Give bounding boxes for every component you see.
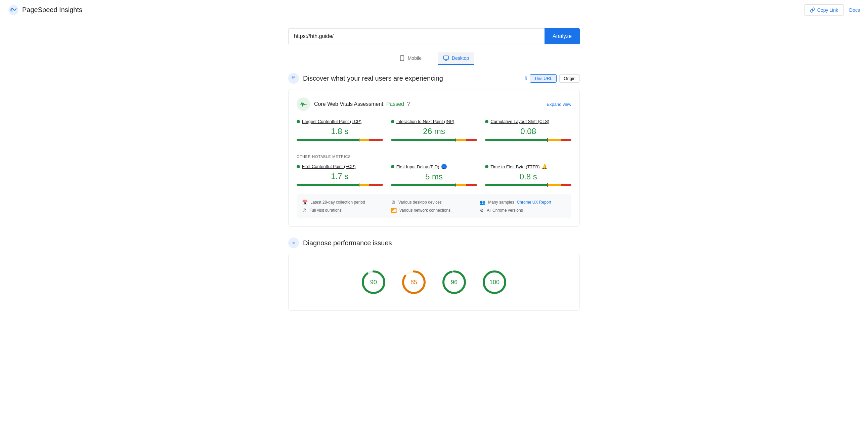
cwv-title: Core Web Vitals Assessment: Passed ? — [314, 101, 410, 107]
diagnose-section: Diagnose performance issues 90 — [288, 238, 580, 311]
main-metrics-grid: Largest Contentful Paint (LCP) 1.8 s Int… — [297, 119, 571, 141]
section-controls: ℹ This URL Origin — [525, 74, 580, 83]
metric-fid-bar — [391, 184, 477, 186]
this-url-pill[interactable]: This URL — [530, 74, 557, 83]
metric-lcp-label[interactable]: Largest Contentful Paint (LCP) — [297, 119, 383, 124]
svg-point-1 — [10, 10, 12, 12]
metric-fid: First Input Delay (FID) i 5 ms — [391, 164, 477, 186]
chrome-icon: ⚙ — [480, 208, 484, 213]
main-content: Analyze Mobile Desktop — [283, 20, 585, 330]
discover-section: Discover what your real users are experi… — [288, 73, 580, 227]
metric-ttfb-value: 0.8 s — [485, 172, 571, 181]
metric-lcp-dot — [297, 120, 300, 123]
tab-mobile[interactable]: Mobile — [394, 53, 427, 65]
metric-cls-text: Cumulative Layout Shift (CLS) — [490, 119, 549, 124]
header-actions: Copy Link Docs — [804, 4, 860, 16]
url-input[interactable] — [288, 28, 545, 44]
cwv-title-group: Core Web Vitals Assessment: Passed ? — [297, 97, 410, 111]
desktop-icon — [443, 55, 449, 61]
metric-ttfb-label[interactable]: Time to First Byte (TTFB) 🔔 — [485, 164, 571, 169]
score-value-90: 90 — [370, 279, 377, 286]
mobile-icon — [399, 55, 405, 61]
diagnose-svg-icon — [290, 240, 297, 246]
other-metrics-label: OTHER NOTABLE METRICS — [297, 155, 571, 159]
svg-point-12 — [292, 242, 295, 244]
score-best-practices: 96 — [442, 270, 466, 294]
metric-cls-label[interactable]: Cumulative Layout Shift (CLS) — [485, 119, 571, 124]
vitals-icon — [299, 100, 307, 108]
metric-lcp-text: Largest Contentful Paint (LCP) — [302, 119, 362, 124]
metric-inp-label[interactable]: Interaction to Next Paint (INP) — [391, 119, 477, 124]
metric-ttfb-bar-red — [561, 184, 571, 186]
metric-fid-value: 5 ms — [391, 172, 477, 181]
origin-pill[interactable]: Origin — [559, 74, 580, 83]
metric-fcp-bar — [297, 184, 383, 186]
metric-cls: Cumulative Layout Shift (CLS) 0.08 — [485, 119, 571, 141]
metric-cls-indicator — [547, 138, 548, 142]
footer-visits-text: Full visit durations — [309, 208, 342, 213]
metric-cls-bar-red — [561, 139, 571, 141]
fid-info-icon[interactable]: i — [441, 164, 447, 169]
metric-lcp-bar-green — [297, 139, 359, 141]
footer-many-samples: 👥 Many samples Chrome UX Report — [480, 200, 566, 205]
cwv-assessment-status: Passed — [386, 101, 404, 107]
metric-inp: Interaction to Next Paint (INP) 26 ms — [391, 119, 477, 141]
chrome-ux-link[interactable]: Chrome UX Report — [517, 200, 551, 205]
metric-lcp-indicator — [359, 138, 360, 142]
metric-inp-bar-red — [466, 139, 477, 141]
metric-fcp-value: 1.7 s — [297, 172, 383, 181]
score-seo: 100 — [483, 270, 506, 294]
ttfb-bell-icon[interactable]: 🔔 — [541, 164, 547, 169]
metric-ttfb: Time to First Byte (TTFB) 🔔 0.8 s — [485, 164, 571, 186]
metric-fid-bar-green — [391, 184, 456, 186]
analyze-button[interactable]: Analyze — [545, 28, 580, 44]
footer-desktop-text: Various desktop devices — [398, 200, 442, 205]
scores-row: 90 85 96 — [297, 262, 571, 302]
section-header: Discover what your real users are experi… — [288, 73, 580, 84]
cwv-help-icon[interactable]: ? — [407, 101, 410, 107]
metric-lcp-bar-red — [369, 139, 383, 141]
header-title: PageSpeed Insights — [22, 6, 82, 14]
metric-fid-label[interactable]: First Input Delay (FID) i — [391, 164, 477, 169]
score-value-85: 85 — [410, 279, 417, 286]
metric-fcp-text: First Contentful Paint (FCP) — [302, 164, 356, 169]
tab-desktop[interactable]: Desktop — [438, 53, 474, 65]
score-performance: 90 — [362, 270, 385, 294]
metric-fid-indicator — [456, 183, 456, 187]
url-bar: Analyze — [288, 28, 580, 44]
metric-inp-value: 26 ms — [391, 127, 477, 136]
footer-info: 📅 Latest 28-day collection period 🖥 Vari… — [297, 194, 571, 218]
docs-link[interactable]: Docs — [849, 7, 860, 13]
metric-lcp-bar — [297, 139, 383, 141]
metric-fcp-label[interactable]: First Contentful Paint (FCP) — [297, 164, 383, 169]
metric-ttfb-bar — [485, 184, 571, 186]
copy-link-button[interactable]: Copy Link — [804, 4, 844, 16]
metric-cls-dot — [485, 120, 488, 123]
diagnose-card: 90 85 96 — [288, 254, 580, 311]
monitor-icon: 🖥 — [391, 200, 396, 205]
metric-fcp-bar-green — [297, 184, 359, 186]
copy-link-label: Copy Link — [817, 7, 838, 13]
metric-inp-indicator — [456, 138, 456, 142]
metric-fid-bar-red — [466, 184, 477, 186]
section-title-group: Discover what your real users are experi… — [288, 73, 443, 84]
tab-mobile-label: Mobile — [408, 55, 422, 61]
diagnose-title: Diagnose performance issues — [303, 239, 392, 247]
expand-view-link[interactable]: Expand view — [547, 102, 571, 107]
section-info-icon[interactable]: ℹ — [525, 75, 527, 82]
footer-chrome-versions: ⚙ All Chrome versions — [480, 208, 566, 213]
footer-desktop-devices: 🖥 Various desktop devices — [391, 200, 477, 205]
metric-ttfb-text: Time to First Byte (TTFB) — [490, 164, 539, 169]
metric-fcp-dot — [297, 165, 300, 168]
section-title: Discover what your real users are experi… — [303, 74, 443, 82]
metric-fcp-indicator — [359, 183, 360, 187]
metric-inp-bar-green — [391, 139, 456, 141]
metric-inp-text: Interaction to Next Paint (INP) — [396, 119, 455, 124]
people-icon: 👥 — [480, 200, 486, 205]
score-accessibility: 85 — [402, 270, 426, 294]
wifi-icon: 📶 — [391, 208, 397, 213]
metric-ttfb-bar-yellow — [547, 184, 561, 186]
cwv-header: Core Web Vitals Assessment: Passed ? Exp… — [297, 97, 571, 111]
svg-point-2 — [15, 9, 16, 10]
link-icon — [810, 7, 815, 13]
